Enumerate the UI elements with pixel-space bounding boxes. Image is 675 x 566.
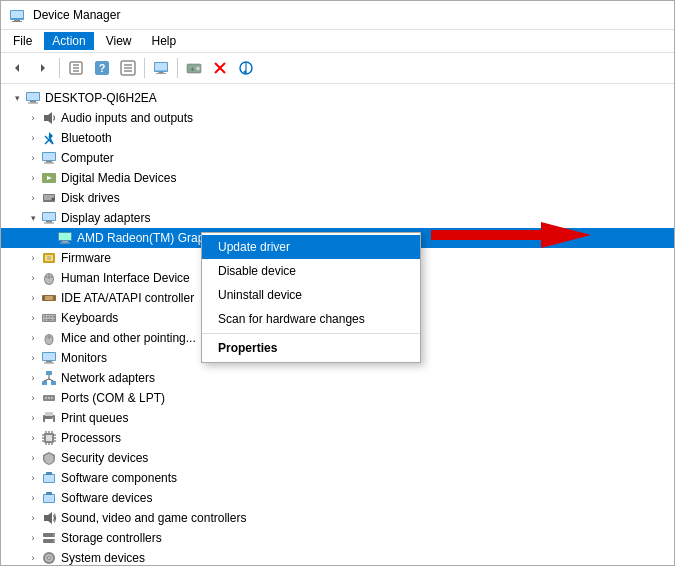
- properties-button[interactable]: [116, 56, 140, 80]
- amd-icon: [57, 230, 73, 246]
- network-expander[interactable]: ›: [25, 370, 41, 386]
- system-expander[interactable]: ›: [25, 550, 41, 565]
- tree-digitalmedia[interactable]: › Digital Media Devices: [1, 168, 674, 188]
- security-label: Security devices: [61, 448, 148, 468]
- tree-network[interactable]: › Network adapters: [1, 368, 674, 388]
- ide-label: IDE ATA/ATAPI controller: [61, 288, 194, 308]
- tree-system[interactable]: › System devices: [1, 548, 674, 565]
- mice-expander[interactable]: ›: [25, 330, 41, 346]
- computer-label: Computer: [61, 148, 114, 168]
- svg-rect-42: [46, 221, 52, 223]
- forward-button[interactable]: [31, 56, 55, 80]
- sound-label: Sound, video and game controllers: [61, 508, 246, 528]
- display-expander[interactable]: ▾: [25, 210, 41, 226]
- storage-expander[interactable]: ›: [25, 530, 41, 546]
- title-bar: Device Manager: [1, 1, 674, 30]
- remove-button[interactable]: [208, 56, 232, 80]
- tree-storage[interactable]: › Storage controllers: [1, 528, 674, 548]
- svg-rect-106: [44, 475, 54, 482]
- processors-expander[interactable]: ›: [25, 430, 41, 446]
- ports-label: Ports (COM & LPT): [61, 388, 165, 408]
- svg-marker-111: [44, 512, 52, 524]
- firmware-expander[interactable]: ›: [25, 250, 41, 266]
- storage-icon: [41, 530, 57, 546]
- sound-expander[interactable]: ›: [25, 510, 41, 526]
- security-icon: [41, 450, 57, 466]
- context-properties[interactable]: Properties: [202, 336, 420, 360]
- tree-ports[interactable]: › Ports (COM & LPT): [1, 388, 674, 408]
- context-update-driver[interactable]: Update driver: [202, 235, 420, 259]
- svg-point-90: [52, 417, 54, 419]
- svg-rect-107: [46, 472, 52, 475]
- menu-file[interactable]: File: [5, 32, 40, 50]
- tree-processors[interactable]: ›: [1, 428, 674, 448]
- mice-icon: [41, 330, 57, 346]
- softwaredev-expander[interactable]: ›: [25, 490, 41, 506]
- tree-softwarecomp[interactable]: › Software components: [1, 468, 674, 488]
- svg-rect-110: [46, 492, 52, 495]
- tree-computer[interactable]: › Computer: [1, 148, 674, 168]
- tree-view-button[interactable]: [64, 56, 88, 80]
- firmware-label: Firmware: [61, 248, 111, 268]
- root-expander[interactable]: ▾: [9, 90, 25, 106]
- ports-expander[interactable]: ›: [25, 390, 41, 406]
- context-scan-hardware[interactable]: Scan for hardware changes: [202, 307, 420, 331]
- security-expander[interactable]: ›: [25, 450, 41, 466]
- svg-rect-1: [11, 11, 23, 18]
- digitalmedia-expander[interactable]: ›: [25, 170, 41, 186]
- print-expander[interactable]: ›: [25, 410, 41, 426]
- svg-point-119: [48, 557, 50, 559]
- context-separator: [202, 333, 420, 334]
- keyboards-expander[interactable]: ›: [25, 310, 41, 326]
- svg-rect-57: [45, 296, 53, 300]
- svg-rect-88: [45, 412, 53, 416]
- context-uninstall-device[interactable]: Uninstall device: [202, 283, 420, 307]
- tree-audio[interactable]: › Audio inputs and outputs: [1, 108, 674, 128]
- system-icon: [41, 550, 57, 565]
- help-button[interactable]: ?: [90, 56, 114, 80]
- tree-softwaredev[interactable]: › Software devices: [1, 488, 674, 508]
- sound-icon: [41, 510, 57, 526]
- add-driver-button[interactable]: +: [182, 56, 206, 80]
- context-disable-device[interactable]: Disable device: [202, 259, 420, 283]
- back-button[interactable]: [5, 56, 29, 80]
- monitors-label: Monitors: [61, 348, 107, 368]
- softwarecomp-expander[interactable]: ›: [25, 470, 41, 486]
- title-bar-title: Device Manager: [33, 8, 120, 22]
- content-area: ▾ DESKTOP-QI6H2EA ›: [1, 84, 674, 565]
- svg-rect-45: [59, 233, 71, 240]
- disk-expander[interactable]: ›: [25, 190, 41, 206]
- svg-point-85: [48, 397, 50, 399]
- svg-rect-92: [46, 435, 52, 441]
- tree-security[interactable]: › Security devices: [1, 448, 674, 468]
- ide-expander[interactable]: ›: [25, 290, 41, 306]
- menu-action[interactable]: Action: [44, 32, 93, 50]
- tree-bluetooth[interactable]: › Bluetooth: [1, 128, 674, 148]
- tree-sound[interactable]: › Sound, video and game controllers: [1, 508, 674, 528]
- monitors-expander[interactable]: ›: [25, 350, 41, 366]
- computer-icon: [41, 150, 57, 166]
- svg-rect-47: [60, 243, 70, 244]
- menu-help[interactable]: Help: [144, 32, 185, 50]
- svg-rect-15: [155, 63, 167, 71]
- svg-marker-29: [44, 112, 52, 124]
- bluetooth-expander[interactable]: ›: [25, 130, 41, 146]
- computer-expander[interactable]: ›: [25, 150, 41, 166]
- svg-rect-28: [28, 103, 38, 104]
- processors-icon: [41, 430, 57, 446]
- tree-root[interactable]: ▾ DESKTOP-QI6H2EA: [1, 88, 674, 108]
- svg-rect-75: [46, 361, 52, 363]
- tree-disk[interactable]: › Disk drives: [1, 188, 674, 208]
- firmware-icon: [41, 250, 57, 266]
- audio-expander[interactable]: ›: [25, 110, 41, 126]
- hid-expander[interactable]: ›: [25, 270, 41, 286]
- toolbar-sep-2: [144, 58, 145, 78]
- toolbar-sep-3: [177, 58, 178, 78]
- tree-print[interactable]: › Print queues: [1, 408, 674, 428]
- monitor-button[interactable]: [149, 56, 173, 80]
- menu-view[interactable]: View: [98, 32, 140, 50]
- refresh-button[interactable]: [234, 56, 258, 80]
- keyboards-label: Keyboards: [61, 308, 118, 328]
- svg-rect-78: [42, 381, 47, 385]
- print-label: Print queues: [61, 408, 128, 428]
